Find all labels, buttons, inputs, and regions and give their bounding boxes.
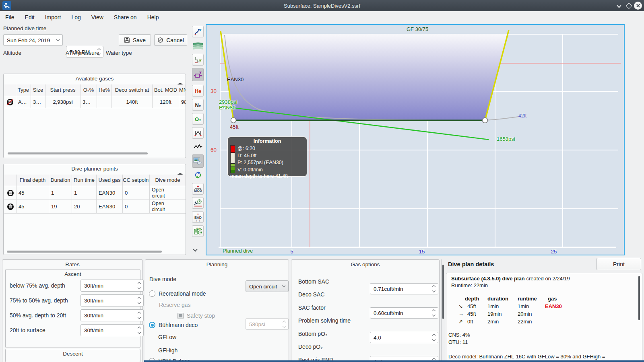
point-mode-cell[interactable]: Open circuit <box>150 186 186 200</box>
dive-profile-chart[interactable]: GF 30/75 30 60 5 15 25 EAN30 2938psi EAN… <box>206 24 625 255</box>
deco-sac-spinbox[interactable]: 0.60cuft/min <box>370 307 438 319</box>
spin-up-icon[interactable] <box>138 327 141 330</box>
radio-checked-icon[interactable] <box>149 322 155 328</box>
gas-start-press-cell[interactable]: 2,938psi <box>45 96 80 108</box>
dive-mode-combo[interactable]: Open circuit <box>246 280 289 292</box>
spin-down-icon[interactable] <box>138 286 141 289</box>
point-duration-cell[interactable]: 19 <box>49 200 72 214</box>
rate-20ft-surface-spinbox[interactable]: 30ft/min <box>80 324 144 336</box>
gas-he-cell[interactable] <box>97 96 112 108</box>
points-col-dive-mode[interactable]: Dive mode <box>150 175 186 186</box>
spin-down-icon[interactable] <box>138 331 141 334</box>
gases-horizontal-scrollbar[interactable] <box>8 152 148 154</box>
spin-down-icon[interactable] <box>432 338 436 341</box>
point-setpoint-cell[interactable]: 0 <box>123 200 150 214</box>
spin-up-icon[interactable] <box>432 285 436 288</box>
gas-bot-mod-cell[interactable]: 120ft <box>153 96 179 108</box>
gases-col-mnd[interactable]: MND <box>179 84 186 96</box>
rate-50to20ft-spinbox[interactable]: 30ft/min <box>80 309 144 321</box>
gas-deco-switch-cell[interactable]: 140ft <box>112 96 153 108</box>
dive-date-combo[interactable]: Sun Feb 24, 2019 <box>3 34 63 46</box>
points-col-duration[interactable]: Duration <box>49 175 72 186</box>
close-button[interactable] <box>634 2 642 10</box>
salinity-waves-button[interactable] <box>192 40 204 51</box>
planner-point-row[interactable]: 45 19 20 EAN30 0 Open circuit <box>4 200 186 214</box>
points-col-cc-setpoint[interactable]: CC setpoint <box>123 175 150 186</box>
spin-up-icon[interactable] <box>138 282 141 285</box>
point-mode-cell[interactable]: Open circuit <box>150 200 186 214</box>
gases-col-he[interactable]: He% <box>97 84 112 96</box>
recreational-mode-option[interactable]: Recreational mode <box>149 290 206 297</box>
point-setpoint-cell[interactable]: 0 <box>123 186 150 200</box>
gases-col-o2[interactable]: O₂% <box>80 84 97 96</box>
buhlmann-deco-option[interactable]: Bühlmann deco <box>149 322 198 328</box>
menu-import[interactable]: Import <box>45 14 61 21</box>
menu-file[interactable]: File <box>5 14 14 21</box>
rate-75to50-spinbox[interactable]: 30ft/min <box>80 294 144 306</box>
show-photos-button[interactable] <box>192 154 204 168</box>
spin-down-icon[interactable] <box>138 316 141 319</box>
points-col-run-time[interactable]: Run time <box>72 175 97 186</box>
points-horizontal-scrollbar[interactable] <box>7 251 162 253</box>
gas-mnd-cell[interactable]: 98ft <box>179 96 186 108</box>
gases-col-start-press[interactable]: Start press <box>45 84 80 96</box>
toggle-sac-button[interactable]: SAC <box>192 225 204 237</box>
gas-type-cell[interactable]: A… <box>16 96 31 108</box>
profile-scale-button[interactable] <box>192 26 204 37</box>
menu-view[interactable]: View <box>91 14 103 21</box>
toggle-pn2-button[interactable]: N₂ <box>192 99 204 111</box>
toggle-ndl-tts-button[interactable] <box>192 197 204 209</box>
gases-col-bot-mod[interactable]: Bot. MOD <box>153 84 179 96</box>
points-col-used-gas[interactable]: Used gas <box>97 175 123 186</box>
spin-down-icon[interactable] <box>138 301 141 304</box>
planner-point-row[interactable]: 45 1 1 EAN30 0 Open circuit <box>4 186 186 200</box>
menu-log[interactable]: Log <box>71 14 80 21</box>
gas-size-cell[interactable]: 3… <box>31 96 45 108</box>
gases-col-size[interactable]: Size <box>31 84 45 96</box>
point-duration-cell[interactable]: 1 <box>49 186 72 200</box>
point-gas-cell[interactable]: EAN30 <box>97 200 123 214</box>
bottom-sac-spinbox[interactable]: 0.71cuft/min <box>370 283 438 294</box>
plan-vertical-scrollbar[interactable] <box>638 276 640 320</box>
dive-plan-text-box[interactable]: Subsurface (4.8.5.0) dive plan created o… <box>446 273 642 362</box>
ceiling-increments-button[interactable] <box>192 54 204 66</box>
ruler-button[interactable] <box>192 127 204 139</box>
gas-row[interactable]: A… 3… 2,938psi 3… 140ft 120ft 98ft <box>4 96 186 108</box>
gas-delete-cell[interactable] <box>4 96 16 108</box>
point-depth-cell[interactable]: 45 <box>17 186 49 200</box>
gases-col-deco-switch[interactable]: Deco switch at <box>112 84 153 96</box>
spin-up-icon[interactable] <box>432 309 436 313</box>
gases-col-type[interactable]: Type <box>16 84 31 96</box>
menu-share-on[interactable]: Share on <box>114 14 137 21</box>
gas-o2-cell[interactable]: 3… <box>80 96 97 108</box>
print-button[interactable]: Print <box>597 258 641 270</box>
dc-ceiling-button[interactable] <box>192 68 204 81</box>
point-gas-cell[interactable]: EAN30 <box>97 186 123 200</box>
point-runtime-cell[interactable]: 20 <box>72 200 97 214</box>
point-delete-cell[interactable] <box>4 200 17 214</box>
point-runtime-cell[interactable]: 1 <box>72 186 97 200</box>
spin-down-icon[interactable] <box>432 289 436 292</box>
spin-down-icon[interactable] <box>432 313 436 317</box>
gas-change-button[interactable] <box>192 169 204 181</box>
point-delete-cell[interactable] <box>4 186 17 200</box>
toolbar-scroll-down-button[interactable] <box>194 245 197 253</box>
toggle-mod-button[interactable]: + MOD <box>192 183 204 195</box>
point-depth-cell[interactable]: 45 <box>17 200 49 214</box>
maximize-button[interactable] <box>625 2 633 10</box>
sac-factor-spinbox[interactable]: 4.0 <box>370 332 438 343</box>
toggle-po2-button[interactable]: O₂ <box>192 113 204 125</box>
menu-edit[interactable]: Edit <box>25 14 35 21</box>
toggle-phe-button[interactable]: He <box>192 85 204 97</box>
spin-up-icon[interactable] <box>138 297 141 300</box>
menu-help[interactable]: Help <box>147 14 159 21</box>
minimize-button[interactable] <box>615 2 623 10</box>
radio-unchecked-icon[interactable] <box>149 290 155 297</box>
cancel-button[interactable]: Cancel <box>154 34 187 46</box>
heart-rate-button[interactable] <box>192 141 204 152</box>
toggle-ead-button[interactable]: + EAD (...) <box>192 211 204 223</box>
rate-below75-spinbox[interactable]: 30ft/min <box>80 280 144 292</box>
spin-up-icon[interactable] <box>432 334 436 337</box>
save-button[interactable]: Save <box>119 34 151 46</box>
points-col-final-depth[interactable]: Final depth <box>17 175 49 186</box>
